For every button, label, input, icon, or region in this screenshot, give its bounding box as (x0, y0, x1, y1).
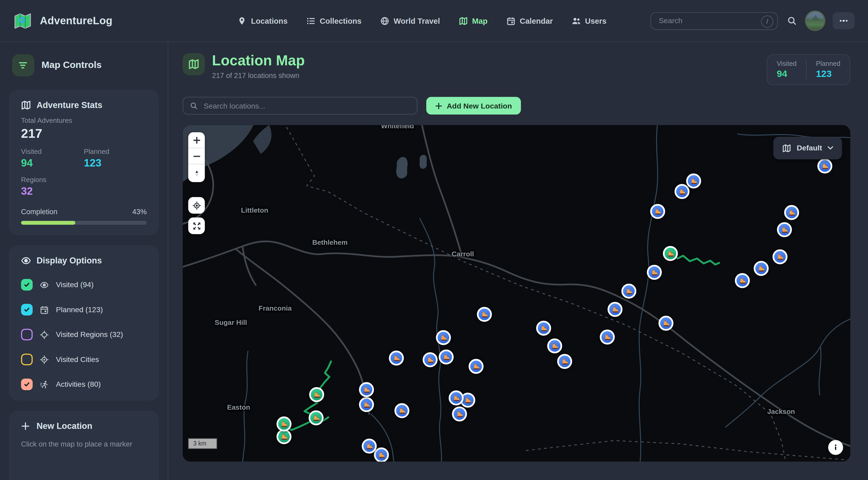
map-marker-planned[interactable] (817, 159, 832, 173)
map-marker-visited[interactable] (276, 417, 291, 431)
map-marker-planned[interactable] (439, 350, 454, 364)
map-marker-planned[interactable] (359, 397, 374, 412)
map-info-button[interactable] (828, 440, 843, 455)
visited-regions-checkbox[interactable] (21, 329, 33, 340)
map-marker-planned[interactable] (658, 316, 674, 331)
add-new-location-button[interactable]: Add New Location (426, 97, 521, 115)
map-marker-planned[interactable] (686, 173, 701, 189)
map-marker-planned[interactable] (423, 352, 438, 367)
total-adventures-value: 217 (21, 126, 147, 141)
map-marker-planned[interactable] (452, 407, 467, 421)
more-menu-button[interactable] (833, 12, 855, 29)
location-search-input[interactable] (203, 101, 410, 110)
hiking-boot-icon (787, 209, 795, 216)
fullscreen-button[interactable] (188, 218, 205, 234)
map-marker-planned[interactable] (436, 330, 451, 345)
map-marker-visited[interactable] (309, 411, 323, 425)
map-marker-visited[interactable] (309, 387, 324, 402)
search-shortcut-badge: / (761, 15, 773, 27)
nav-item-map[interactable]: Map (459, 16, 488, 25)
hiking-boot-icon (738, 277, 746, 284)
eye-icon (21, 256, 31, 266)
map-marker-planned[interactable] (395, 403, 409, 418)
brand-title[interactable]: AdventureLog (40, 15, 113, 27)
zoom-out-button[interactable] (188, 148, 205, 164)
map-marker-planned[interactable] (608, 302, 623, 317)
compass-icon[interactable] (188, 164, 205, 182)
adventurelog-logo-icon[interactable] (13, 11, 32, 30)
hiking-boot-icon (650, 268, 658, 276)
zoom-in-button[interactable] (188, 132, 205, 148)
ellipsis-icon (840, 20, 841, 22)
page-subtitle: 217 of 217 locations shown (212, 72, 305, 80)
nav-item-users[interactable]: Users (571, 16, 606, 25)
plus-icon (435, 102, 442, 109)
toggle-visited-regions[interactable]: Visited Regions (32) (21, 329, 147, 340)
map-marker-planned[interactable] (359, 382, 374, 397)
planned-checkbox[interactable] (21, 304, 33, 315)
header-planned-value: 123 (816, 68, 840, 79)
map-icon (21, 100, 31, 110)
top-navbar: AdventureLog Locations Collections World… (0, 0, 868, 42)
chevron-down-icon (828, 146, 833, 150)
nav-item-locations[interactable]: Locations (238, 16, 287, 25)
map-marker-planned[interactable] (449, 390, 464, 406)
hiking-boot-icon (313, 391, 320, 398)
map-marker-planned[interactable] (675, 184, 690, 199)
hiking-boot-icon (456, 410, 463, 418)
visited-checkbox[interactable] (21, 279, 33, 291)
total-adventures-label: Total Adventures (21, 117, 147, 124)
map-marker-planned[interactable] (547, 339, 562, 354)
locate-me-button[interactable] (188, 197, 205, 214)
map-scale-bar: 3 km (188, 438, 217, 449)
nav-item-world-travel[interactable]: World Travel (380, 16, 440, 25)
navbar-search[interactable]: / (650, 12, 778, 30)
hiking-boot-icon (363, 401, 370, 408)
hiking-boot-icon (561, 357, 568, 365)
new-location-header[interactable]: New Location (21, 421, 147, 431)
map-layer-selector[interactable]: Default (773, 137, 842, 159)
location-search[interactable] (183, 97, 417, 115)
toggle-activities[interactable]: Activities (80) (21, 379, 147, 390)
map-marker-planned[interactable] (477, 307, 492, 322)
hiking-boot-icon (654, 207, 661, 215)
map-marker-planned[interactable] (754, 261, 769, 276)
rivers-layer (242, 125, 850, 461)
map-controls-sidebar: Map Controls Adventure Stats Total Adven… (0, 42, 168, 480)
toggle-visited[interactable]: Visited (94) (21, 279, 147, 291)
navbar-search-input[interactable] (658, 16, 758, 26)
main-nav: Locations Collections World Travel Map C… (172, 16, 650, 25)
map-marker-planned[interactable] (362, 439, 377, 454)
location-map-canvas[interactable]: WhitefieldLittletonBethlehemCarrollFranc… (183, 125, 850, 461)
map-marker-planned[interactable] (777, 222, 792, 237)
map-marker-planned[interactable] (621, 284, 637, 299)
visited-cities-checkbox[interactable] (21, 354, 33, 365)
map-marker-planned[interactable] (389, 351, 404, 366)
map-marker-planned[interactable] (374, 447, 389, 461)
map-marker-planned[interactable] (735, 273, 750, 288)
search-icon[interactable] (786, 15, 798, 27)
globe-icon (380, 16, 389, 25)
map-marker-planned[interactable] (650, 204, 665, 219)
map-marker-planned[interactable] (557, 354, 572, 369)
activities-checkbox[interactable] (21, 379, 33, 390)
users-icon (571, 16, 581, 25)
nav-item-collections[interactable]: Collections (306, 16, 362, 25)
map-marker-planned[interactable] (600, 329, 615, 345)
nav-item-calendar[interactable]: Calendar (506, 16, 553, 25)
map-marker-visited[interactable] (663, 246, 678, 261)
toggle-visited-cities[interactable]: Visited Cities (21, 354, 147, 365)
locate-icon (192, 201, 201, 210)
map-marker-visited[interactable] (276, 429, 291, 444)
map-marker-planned[interactable] (773, 249, 787, 264)
calendar-icon (506, 16, 516, 25)
map-marker-planned[interactable] (784, 205, 799, 220)
completion-progress-bar (21, 221, 147, 225)
roads-layer (183, 125, 850, 447)
map-marker-planned[interactable] (468, 359, 484, 374)
hiking-boot-icon (540, 324, 547, 332)
toggle-planned[interactable]: Planned (123) (21, 304, 147, 315)
map-marker-planned[interactable] (647, 265, 662, 280)
avatar[interactable] (806, 11, 824, 30)
map-marker-planned[interactable] (536, 321, 551, 335)
